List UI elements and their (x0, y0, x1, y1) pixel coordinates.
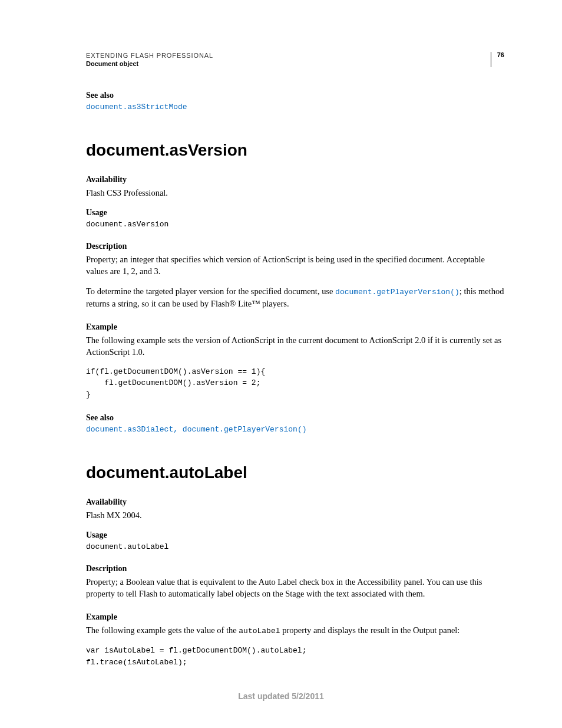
example-block: Example The following example sets the v… (86, 322, 508, 401)
availability-text-2: Flash MX 2004. (86, 509, 508, 521)
description-block: Description Property; an integer that sp… (86, 242, 508, 309)
example-intro-code: autoLabel (239, 627, 280, 635)
see-also-block: See also document.as3StrictMode (86, 91, 508, 111)
example-code-2: var isAutoLabel = fl.getDocumentDOM().au… (86, 645, 508, 668)
usage-code: document.asVersion (86, 220, 508, 229)
topic-heading-autolabel: document.autoLabel (86, 463, 508, 482)
link-as3dialect[interactable]: document.as3Dialect (86, 425, 173, 434)
description-label: Description (86, 242, 508, 251)
description-label-2: Description (86, 564, 508, 574)
see-also-label-2: See also (86, 413, 508, 423)
usage-code-2: document.autoLabel (86, 542, 508, 551)
example-intro-post: property and displays the result in the … (280, 625, 460, 635)
example-intro-pre: The following example gets the value of … (86, 625, 239, 635)
example-block-2: Example The following example gets the v… (86, 612, 508, 668)
usage-block: Usage document.asVersion (86, 208, 508, 229)
example-intro: The following example sets the version o… (86, 334, 508, 358)
running-header: EXTENDING FLASH PROFESSIONAL Document ob… (86, 52, 508, 67)
description-para1-2: Property; a Boolean value that is equiva… (86, 576, 508, 599)
see-also-label: See also (86, 91, 508, 100)
usage-block-2: Usage document.autoLabel (86, 531, 508, 551)
availability-text: Flash CS3 Professional. (86, 187, 508, 199)
description-para1: Property; an integer that specifies whic… (86, 253, 508, 277)
topic-heading-asversion: document.asVersion (86, 141, 508, 160)
page-number: 76 (491, 52, 508, 67)
usage-label: Usage (86, 208, 508, 218)
link-getplayerversion[interactable]: document.getPlayerVersion() (183, 425, 307, 434)
availability-label-2: Availability (86, 498, 508, 507)
see-also-block-2: See also document.as3Dialect, document.g… (86, 413, 508, 434)
page-footer: Last updated 5/2/2011 (0, 691, 562, 701)
link-separator: , (173, 425, 183, 434)
availability-block-2: Availability Flash MX 2004. (86, 498, 508, 521)
page: EXTENDING FLASH PROFESSIONAL Document ob… (0, 0, 562, 728)
availability-block: Availability Flash CS3 Professional. (86, 175, 508, 199)
example-label: Example (86, 322, 508, 332)
description-para2-pre: To determine the targeted player version… (86, 286, 335, 296)
description-para2: To determine the targeted player version… (86, 285, 508, 309)
link-as3strictmode[interactable]: document.as3StrictMode (86, 103, 187, 111)
example-code: if(fl.getDocumentDOM().asVersion == 1){ … (86, 366, 508, 401)
example-label-2: Example (86, 612, 508, 622)
availability-label: Availability (86, 175, 508, 185)
see-also-links: document.as3StrictMode (86, 103, 508, 111)
see-also-links-2: document.as3Dialect, document.getPlayerV… (86, 425, 508, 434)
link-getplayerversion-inline[interactable]: document.getPlayerVersion() (335, 288, 459, 297)
header-line2: Document object (86, 60, 491, 67)
description-block-2: Description Property; a Boolean value th… (86, 564, 508, 599)
example-intro-2: The following example gets the value of … (86, 624, 508, 637)
header-titles: EXTENDING FLASH PROFESSIONAL Document ob… (86, 52, 491, 67)
header-line1: EXTENDING FLASH PROFESSIONAL (86, 52, 491, 59)
usage-label-2: Usage (86, 531, 508, 540)
